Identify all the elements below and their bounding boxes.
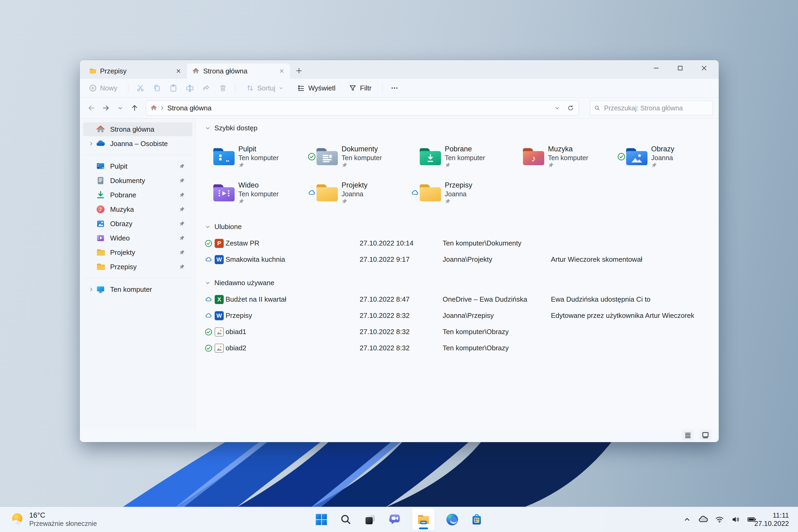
rename-icon[interactable] bbox=[186, 84, 194, 92]
downloads-folder-icon bbox=[420, 148, 441, 165]
sidebar-item-projekty[interactable]: Projekty bbox=[83, 246, 192, 259]
section-title: Szybki dostęp bbox=[214, 124, 258, 132]
breadcrumb[interactable]: Strona główna bbox=[167, 104, 549, 112]
sidebar-item-muzyka[interactable]: ♪ Muzyka bbox=[83, 203, 192, 216]
tile-name: Obrazy bbox=[651, 145, 719, 153]
sidebar-item-obrazy[interactable]: Obrazy bbox=[83, 217, 192, 231]
file-row[interactable]: Zestaw PR 27.10.2022 10:14 Ten komputer\… bbox=[204, 235, 709, 251]
sidebar-item-pobrane[interactable]: Pobrane bbox=[83, 188, 192, 202]
share-icon[interactable] bbox=[202, 84, 211, 92]
file-row[interactable]: obiad1 27.10.2022 8:32 Ten komputer\Obra… bbox=[204, 324, 709, 340]
tile-wideo[interactable]: Wideo Ten komputer bbox=[204, 177, 307, 209]
search-button[interactable] bbox=[339, 513, 353, 527]
section-header-quick-access[interactable]: Szybki dostęp bbox=[204, 124, 709, 132]
onedrive-tray-icon[interactable] bbox=[698, 514, 708, 525]
music-note-glyph: ♪ bbox=[523, 151, 544, 165]
new-button[interactable]: Nowy bbox=[86, 82, 120, 94]
file-explorer-button[interactable] bbox=[412, 508, 435, 531]
desktop-icon bbox=[95, 162, 106, 171]
sidebar-item-przepisy[interactable]: Przepisy bbox=[83, 260, 192, 274]
sidebar-item-onedrive[interactable]: Joanna – Osobiste bbox=[83, 137, 192, 151]
file-location: Ten komputer\Dokumenty bbox=[443, 239, 551, 247]
recent-locations-chevron[interactable] bbox=[114, 102, 126, 114]
tab-close-icon[interactable] bbox=[278, 67, 286, 75]
tab-close-icon[interactable] bbox=[174, 67, 183, 75]
file-date: 27.10.2022 8:32 bbox=[360, 328, 443, 336]
tile-dokumenty[interactable]: Dokumenty Ten komputer bbox=[307, 141, 410, 173]
folder-icon bbox=[420, 184, 441, 201]
maximize-button[interactable] bbox=[668, 60, 692, 76]
sidebar-item-dokumenty[interactable]: Dokumenty bbox=[83, 174, 192, 188]
tab-strona-glowna[interactable]: Strona główna bbox=[187, 63, 290, 79]
task-view-button[interactable] bbox=[363, 513, 377, 527]
folder-icon bbox=[95, 262, 106, 271]
file-row[interactable]: Budżet na II kwartał 27.10.2022 8:47 One… bbox=[204, 291, 709, 307]
sidebar-item-wideo[interactable]: Wideo bbox=[83, 231, 192, 245]
file-location: Ten komputer\Obrazy bbox=[443, 328, 551, 336]
volume-icon[interactable] bbox=[731, 515, 740, 524]
navigation-bar: Strona główna bbox=[80, 98, 719, 119]
section-header-recent[interactable]: Niedawno używane bbox=[204, 279, 709, 287]
large-thumbnails-view-button[interactable] bbox=[700, 430, 711, 440]
file-date: 27.10.2022 8:47 bbox=[360, 295, 443, 304]
sidebar-item-ten-komputer[interactable]: Ten komputer bbox=[83, 283, 192, 296]
forward-button[interactable] bbox=[100, 102, 112, 114]
file-row[interactable]: Smakowita kuchnia 27.10.2022 9:17 Joanna… bbox=[204, 251, 709, 268]
search-input[interactable] bbox=[604, 104, 709, 112]
delete-icon[interactable] bbox=[218, 84, 227, 92]
tile-pulpit[interactable]: Pulpit Ten komputer bbox=[204, 141, 307, 173]
section-header-favorites[interactable]: Ulubione bbox=[204, 223, 709, 231]
address-bar[interactable]: Strona główna bbox=[146, 100, 579, 115]
wifi-icon[interactable] bbox=[715, 515, 724, 524]
close-button[interactable] bbox=[692, 60, 716, 76]
image-file-icon bbox=[215, 344, 224, 353]
copy-icon[interactable] bbox=[153, 84, 161, 92]
taskbar-app-icons bbox=[315, 507, 483, 532]
file-activity: Artur Wieczorek skomentował bbox=[551, 255, 709, 264]
search-icon bbox=[594, 105, 600, 111]
new-tab-button[interactable] bbox=[292, 64, 305, 77]
taskbar-clock[interactable]: 11:11 27.10.2022 bbox=[754, 507, 789, 532]
start-button[interactable] bbox=[315, 513, 328, 527]
paste-icon[interactable] bbox=[169, 84, 178, 92]
minimize-button[interactable] bbox=[644, 60, 668, 76]
wallpaper-bloom bbox=[114, 431, 652, 507]
cut-icon[interactable] bbox=[136, 84, 145, 92]
sort-button[interactable]: Sortuj bbox=[243, 82, 286, 94]
file-row[interactable]: obiad2 27.10.2022 8:32 Ten komputer\Obra… bbox=[204, 340, 709, 356]
chevron-right-icon[interactable] bbox=[87, 141, 95, 146]
tile-muzyka[interactable]: ♪ Muzyka Ten komputer bbox=[513, 141, 616, 173]
tile-pobrane[interactable]: Pobrane Ten komputer bbox=[410, 141, 513, 173]
view-icon bbox=[297, 84, 305, 92]
sidebar-item-home[interactable]: Strona główna bbox=[83, 122, 192, 136]
status-bar bbox=[80, 428, 719, 442]
view-button[interactable]: Wyświetl bbox=[294, 82, 338, 94]
tile-projekty[interactable]: Projekty Joanna bbox=[307, 177, 410, 209]
back-button[interactable] bbox=[86, 102, 97, 114]
chevron-right-icon[interactable] bbox=[87, 287, 95, 292]
excel-file-icon bbox=[215, 295, 224, 304]
active-app-indicator bbox=[419, 528, 428, 529]
tile-przepisy[interactable]: Przepisy Joanna bbox=[410, 177, 513, 209]
details-view-button[interactable] bbox=[682, 430, 694, 440]
tray-chevron-icon[interactable] bbox=[683, 515, 691, 524]
refresh-icon[interactable] bbox=[565, 102, 576, 114]
chat-button[interactable] bbox=[388, 513, 402, 527]
store-button[interactable] bbox=[470, 513, 483, 527]
edge-button[interactable] bbox=[445, 513, 459, 527]
more-options-icon[interactable] bbox=[391, 84, 398, 92]
filter-button[interactable]: Filtr bbox=[346, 82, 374, 94]
up-button[interactable] bbox=[129, 102, 140, 114]
home-icon bbox=[150, 104, 157, 111]
search-box[interactable] bbox=[590, 101, 713, 115]
sidebar-item-pulpit[interactable]: Pulpit bbox=[83, 159, 192, 173]
chevron-down-icon bbox=[205, 280, 211, 286]
sync-ok-icon bbox=[204, 240, 213, 247]
widgets-button[interactable]: 16°C Przeważnie słonecznie bbox=[5, 507, 101, 532]
tile-obrazy[interactable]: Obrazy Joanna bbox=[616, 141, 719, 173]
file-row[interactable]: Przepisy 27.10.2022 8:32 Joanna\Przepisy… bbox=[204, 307, 709, 324]
tab-label: Przepisy bbox=[100, 67, 171, 75]
recent-list: Budżet na II kwartał 27.10.2022 8:47 One… bbox=[204, 291, 709, 356]
tab-przepisy[interactable]: Przepisy bbox=[83, 63, 187, 79]
address-dropdown-icon[interactable] bbox=[551, 102, 563, 114]
